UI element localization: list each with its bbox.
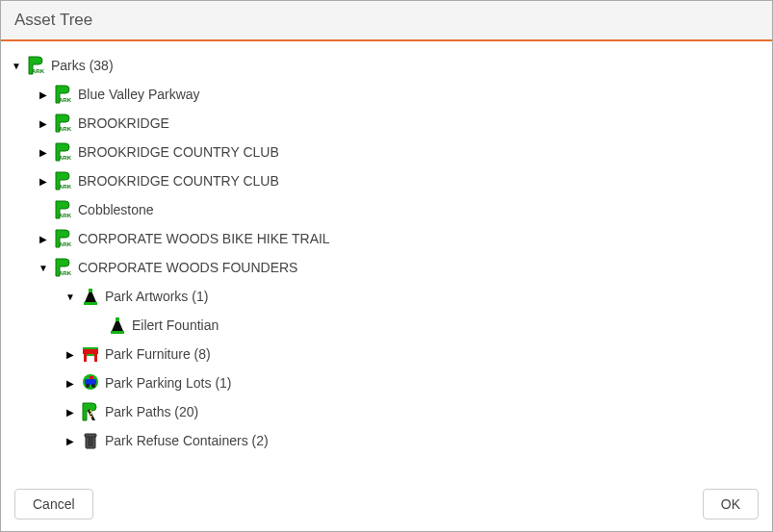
cancel-button[interactable]: Cancel bbox=[14, 489, 93, 519]
tree-node: ▶ Park Paths (20) bbox=[64, 397, 766, 426]
node-label: CORPORATE WOODS BIKE HIKE TRAIL bbox=[78, 231, 330, 246]
park-icon bbox=[53, 84, 74, 105]
tree-row[interactable]: ▶ Park Paths (20) bbox=[64, 397, 766, 426]
tree-row[interactable]: ▼ Park Artworks (1) bbox=[64, 282, 766, 311]
node-label: CORPORATE WOODS FOUNDERS bbox=[78, 260, 297, 275]
furniture-icon bbox=[80, 343, 101, 365]
tree-node: ▶ Blue Valley Parkway bbox=[38, 80, 766, 109]
refuse-icon bbox=[80, 430, 101, 451]
tree-row[interactable]: ▶ Blue Valley Parkway bbox=[38, 80, 766, 109]
node-label: Park Refuse Containers (2) bbox=[105, 433, 269, 448]
node-label: Park Parking Lots (1) bbox=[105, 375, 232, 391]
expand-icon[interactable]: ▶ bbox=[38, 89, 49, 100]
node-label: BROOKRIDGE COUNTRY CLUB bbox=[78, 144, 279, 160]
expand-icon[interactable]: ▶ bbox=[38, 118, 49, 129]
node-label: Blue Valley Parkway bbox=[78, 87, 200, 102]
parking-icon bbox=[80, 372, 101, 393]
park-icon bbox=[53, 257, 74, 278]
tree-row[interactable]: ▼ Parks (38) bbox=[11, 51, 766, 80]
node-label: BROOKRIDGE bbox=[78, 115, 169, 131]
tree-node: ▶ Eilert Fountian bbox=[91, 311, 766, 340]
expand-icon[interactable]: ▶ bbox=[64, 349, 76, 360]
artwork-icon bbox=[80, 286, 101, 307]
node-label: BROOKRIDGE COUNTRY CLUB bbox=[78, 173, 279, 189]
asset-tree: ▼ Parks (38) ▶ Blue Valley Parkway bbox=[11, 51, 766, 455]
tree-row[interactable]: ▶ Cobblestone bbox=[38, 195, 766, 224]
collapse-icon[interactable]: ▼ bbox=[64, 291, 76, 302]
tree-row[interactable]: ▶ Park Furniture (8) bbox=[64, 340, 766, 368]
tree-row[interactable]: ▶ BROOKRIDGE COUNTRY CLUB bbox=[38, 138, 766, 166]
dialog-button-row: Cancel OK bbox=[1, 481, 772, 531]
node-label: Eilert Fountian bbox=[132, 317, 219, 333]
tree-node: ▶ BROOKRIDGE COUNTRY CLUB bbox=[38, 138, 766, 166]
node-label: Park Furniture (8) bbox=[105, 346, 211, 362]
tree-row[interactable]: ▶ CORPORATE WOODS BIKE HIKE TRAIL bbox=[38, 224, 766, 253]
collapse-icon[interactable]: ▼ bbox=[11, 61, 22, 71]
park-icon bbox=[53, 113, 74, 134]
tree-row[interactable]: ▼ CORPORATE WOODS FOUNDERS bbox=[38, 253, 766, 282]
expand-icon[interactable]: ▶ bbox=[64, 436, 76, 446]
asset-tree-dialog: Asset Tree ▼ Parks (38) ▶ Blue Valley Pa… bbox=[0, 0, 773, 532]
tree-row[interactable]: ▶ Park Parking Lots (1) bbox=[64, 368, 766, 397]
expand-icon[interactable]: ▶ bbox=[64, 378, 76, 389]
tree-row[interactable]: ▶ BROOKRIDGE bbox=[38, 109, 766, 138]
expand-icon[interactable]: ▶ bbox=[38, 147, 49, 158]
expand-icon[interactable]: ▶ bbox=[64, 407, 76, 418]
tree-scroll-container[interactable]: ▼ Parks (38) ▶ Blue Valley Parkway bbox=[1, 41, 772, 481]
collapse-icon[interactable]: ▼ bbox=[38, 263, 49, 273]
tree-node: ▼ CORPORATE WOODS FOUNDERS ▼ Park Artwor… bbox=[38, 253, 766, 455]
tree-node: ▼ Park Artworks (1) ▶ bbox=[64, 282, 766, 340]
expand-icon[interactable]: ▶ bbox=[38, 234, 49, 244]
tree-node: ▶ CORPORATE WOODS BIKE HIKE TRAIL bbox=[38, 224, 766, 253]
tree-row[interactable]: ▶ Park Refuse Containers (2) bbox=[64, 426, 766, 455]
park-icon bbox=[53, 141, 74, 163]
park-icon bbox=[53, 170, 74, 191]
tree-node: ▶ Park Parking Lots (1) bbox=[64, 368, 766, 397]
park-icon bbox=[53, 199, 74, 220]
tree-node: ▶ Cobblestone bbox=[38, 195, 766, 224]
expand-icon[interactable]: ▶ bbox=[38, 176, 49, 187]
tree-node: ▶ BROOKRIDGE bbox=[38, 109, 766, 138]
dialog-title: Asset Tree bbox=[1, 1, 772, 41]
node-label: Park Artworks (1) bbox=[105, 289, 208, 304]
tree-node: ▶ Park Furniture (8) bbox=[64, 340, 766, 368]
park-icon bbox=[26, 55, 47, 76]
tree-row[interactable]: ▶ BROOKRIDGE COUNTRY CLUB bbox=[38, 166, 766, 195]
node-label: Cobblestone bbox=[78, 202, 154, 217]
artwork-icon bbox=[107, 315, 128, 336]
tree-row[interactable]: ▶ Eilert Fountian bbox=[91, 311, 766, 340]
path-icon bbox=[80, 401, 101, 422]
park-icon bbox=[53, 228, 74, 249]
node-label: Park Paths (20) bbox=[105, 404, 198, 419]
node-label: Parks (38) bbox=[51, 58, 114, 73]
tree-node: ▶ Park Refuse Containers (2) bbox=[64, 426, 766, 455]
ok-button[interactable]: OK bbox=[703, 489, 759, 519]
tree-node-root: ▼ Parks (38) ▶ Blue Valley Parkway bbox=[11, 51, 766, 455]
tree-node: ▶ BROOKRIDGE COUNTRY CLUB bbox=[38, 166, 766, 195]
